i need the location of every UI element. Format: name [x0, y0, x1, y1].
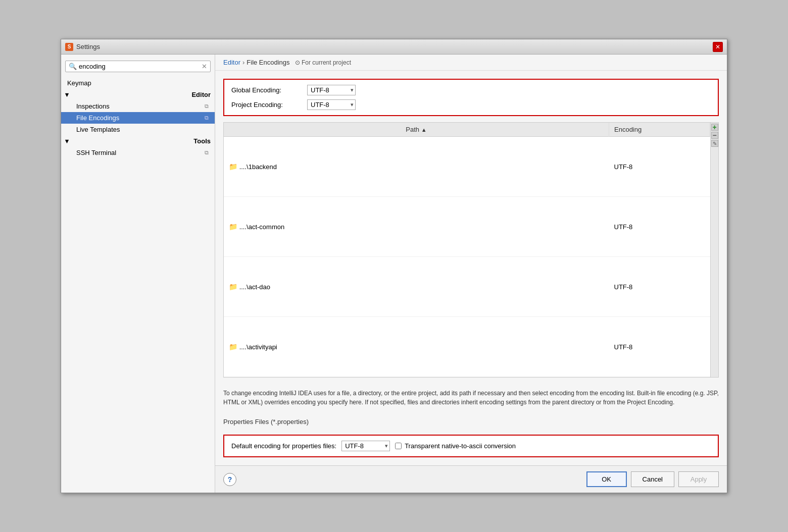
file-table-wrapper: Path ▲ Encoding 📁 ....\: [224, 123, 718, 377]
window-body: 🔍 ✕ Keymap ▾ Editor Inspections ⧉ File E…: [61, 55, 727, 493]
file-table-container: Path ▲ Encoding 📁 ....\: [223, 122, 719, 378]
breadcrumb-note: ⊙ For current project: [295, 59, 351, 66]
search-input[interactable]: [79, 63, 202, 70]
folder-icon: 📁: [229, 343, 237, 351]
project-encoding-select-wrapper: UTF-8 UTF-16 ISO-8859-1: [307, 99, 356, 110]
live-templates-label: Live Templates: [76, 126, 120, 133]
encoding-cell: UTF-8: [609, 317, 710, 377]
encoding-cell: UTF-8: [609, 257, 710, 317]
sort-arrow-icon: ▲: [421, 127, 427, 133]
file-table: Path ▲ Encoding 📁 ....\: [224, 123, 710, 377]
sidebar-item-tools[interactable]: ▾ Tools: [61, 135, 215, 147]
add-path-button[interactable]: +: [711, 124, 718, 131]
properties-encoding-select[interactable]: UTF-8 UTF-16 ISO-8859-1: [341, 441, 390, 451]
encoding-column-header[interactable]: Encoding: [609, 123, 710, 137]
table-row[interactable]: 📁 ....\1backend UTF-8: [224, 137, 710, 197]
sidebar-item-inspections[interactable]: Inspections ⧉: [61, 100, 215, 112]
close-button[interactable]: ✕: [713, 42, 723, 52]
remove-path-button[interactable]: −: [711, 132, 718, 139]
breadcrumb: Editor › File Encodings ⊙ For current pr…: [215, 55, 727, 71]
encoding-cell: UTF-8: [609, 197, 710, 257]
global-encoding-box: Global Encoding: UTF-8 UTF-16 ISO-8859-1…: [223, 79, 719, 116]
help-text: To change encoding IntelliJ IDEA uses fo…: [223, 384, 719, 412]
search-icon: 🔍: [69, 63, 77, 70]
breadcrumb-file-encodings: File Encodings: [247, 59, 289, 66]
sidebar-item-ssh-terminal[interactable]: SSH Terminal ⧉: [61, 147, 215, 158]
path-cell: 📁 ....\1backend: [224, 137, 609, 197]
path-value: ....\1backend: [239, 163, 277, 171]
path-column-header[interactable]: Path ▲: [224, 123, 609, 137]
ssh-terminal-label: SSH Terminal: [76, 149, 116, 156]
help-button[interactable]: ?: [223, 473, 236, 486]
window-title: Settings: [76, 43, 100, 50]
project-encoding-label: Project Encoding:: [231, 101, 302, 109]
ssh-terminal-copy-icon: ⧉: [205, 149, 209, 156]
settings-dialog: S Settings ✕ 🔍 ✕ Keymap ▾ Editor: [61, 39, 727, 493]
title-bar: S Settings ✕: [61, 39, 727, 55]
path-cell: 📁 ....\activityapi: [224, 317, 609, 377]
edit-path-button[interactable]: ✎: [711, 140, 718, 147]
bottom-bar: ? OK Cancel Apply: [215, 465, 727, 493]
sidebar-item-keymap[interactable]: Keymap: [61, 77, 215, 89]
encoding-cell: UTF-8: [609, 137, 710, 197]
table-row[interactable]: 📁 ....\act-dao UTF-8: [224, 257, 710, 317]
properties-encoding-box: Default encoding for properties files: U…: [223, 435, 719, 457]
path-value: ....\activityapi: [239, 343, 277, 351]
inspections-label: Inspections: [76, 102, 110, 110]
keymap-label: Keymap: [67, 79, 91, 87]
folder-icon: 📁: [229, 283, 237, 291]
file-encodings-label: File Encodings: [76, 114, 119, 122]
app-icon: S: [65, 43, 73, 51]
path-value: ....\act-common: [239, 223, 285, 231]
project-encoding-row: Project Encoding: UTF-8 UTF-16 ISO-8859-…: [231, 99, 711, 110]
sidebar-item-file-encodings[interactable]: File Encodings ⧉: [61, 112, 215, 124]
path-cell: 📁 ....\act-dao: [224, 257, 609, 317]
global-encoding-select-wrapper: UTF-8 UTF-16 ISO-8859-1: [307, 85, 356, 95]
inspections-copy-icon: ⧉: [205, 103, 209, 110]
file-encodings-copy-icon: ⧉: [205, 115, 209, 121]
tools-expand-icon: ▾: [65, 137, 69, 145]
sidebar-item-live-templates[interactable]: Live Templates: [61, 124, 215, 135]
sidebar-item-editor[interactable]: ▾ Editor: [61, 89, 215, 100]
table-row[interactable]: 📁 ....\activityapi UTF-8: [224, 317, 710, 377]
table-scrollbar: + − ✎: [710, 123, 718, 377]
breadcrumb-editor[interactable]: Editor: [223, 59, 240, 66]
transparent-conversion-checkbox[interactable]: [395, 443, 402, 449]
clear-search-button[interactable]: ✕: [202, 63, 207, 70]
properties-encoding-select-wrapper: UTF-8 UTF-16 ISO-8859-1: [341, 441, 390, 451]
folder-icon: 📁: [229, 163, 237, 171]
ok-button[interactable]: OK: [586, 471, 627, 487]
project-encoding-select[interactable]: UTF-8 UTF-16 ISO-8859-1: [307, 99, 356, 110]
search-box[interactable]: 🔍 ✕: [65, 61, 211, 72]
global-encoding-label: Global Encoding:: [231, 86, 302, 94]
properties-section-label: Properties Files (*.properties): [223, 418, 719, 425]
transparent-conversion-row: Transparent native-to-ascii conversion: [395, 442, 516, 450]
main-content: Editor › File Encodings ⊙ For current pr…: [215, 55, 727, 493]
title-bar-left: S Settings: [65, 43, 100, 51]
path-value: ....\act-dao: [239, 283, 270, 291]
global-encoding-select[interactable]: UTF-8 UTF-16 ISO-8859-1: [307, 85, 356, 95]
transparent-conversion-label: Transparent native-to-ascii conversion: [405, 442, 516, 450]
properties-encoding-label: Default encoding for properties files:: [231, 442, 336, 450]
breadcrumb-sep: ›: [242, 59, 244, 66]
tools-label: Tools: [193, 137, 211, 145]
apply-button[interactable]: Apply: [678, 471, 719, 487]
folder-icon: 📁: [229, 223, 237, 231]
sidebar: 🔍 ✕ Keymap ▾ Editor Inspections ⧉ File E…: [61, 55, 215, 493]
cancel-button[interactable]: Cancel: [631, 471, 674, 487]
editor-label: Editor: [191, 91, 211, 98]
global-encoding-row: Global Encoding: UTF-8 UTF-16 ISO-8859-1: [231, 85, 711, 95]
editor-expand-icon: ▾: [65, 91, 69, 98]
table-row[interactable]: 📁 ....\act-common UTF-8: [224, 197, 710, 257]
content-area: Global Encoding: UTF-8 UTF-16 ISO-8859-1…: [215, 71, 727, 465]
path-cell: 📁 ....\act-common: [224, 197, 609, 257]
dialog-buttons: OK Cancel Apply: [586, 471, 719, 487]
